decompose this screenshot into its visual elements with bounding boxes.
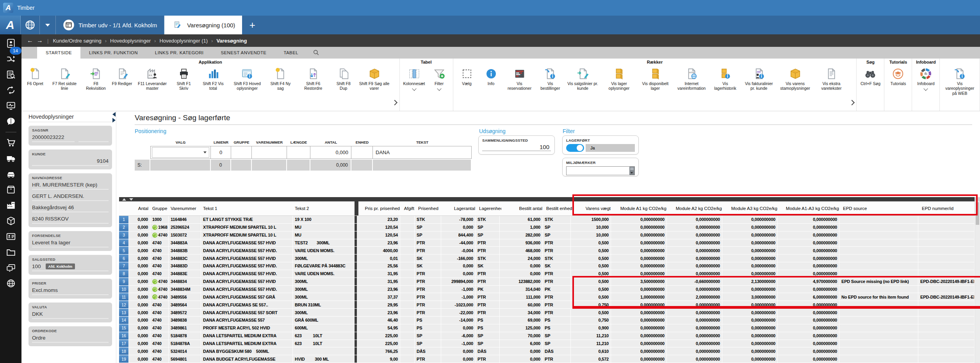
menu-tab-links-pr-kategori[interactable]: LINKS PR. KATEGORI (146, 47, 212, 59)
ribbon-button-vis-fakturalinier-pr-kunde[interactable]: Vis fakturalinier pr. kunde (741, 66, 777, 91)
ribbon-button-f9-rediger[interactable]: F9 Rediger (110, 66, 134, 86)
expand-down-icon[interactable] (129, 198, 133, 201)
field-value[interactable]: GERT L. ANDERSEN. (32, 193, 109, 201)
field-value[interactable]: 8240 RISSKOV (32, 216, 109, 224)
field-value[interactable]: 9104 (32, 158, 109, 166)
field-value[interactable]: Ordre (32, 335, 109, 343)
ribbon-button-shift-f8-dup[interactable]: Shift F8 Dup (331, 66, 356, 91)
cart-icon[interactable] (6, 138, 16, 148)
ribbon-button-vis-salgslinier-pr-kunde[interactable]: Vis salgslinier pr. kunde (565, 66, 601, 91)
panel-splitter[interactable] (119, 197, 975, 201)
cell-n[interactable]: 10 (119, 286, 129, 293)
cell-n[interactable]: 14 (119, 317, 129, 324)
table-row[interactable]: 30,00047401503072XTRAPROFF MEDIUM SPARTE… (119, 231, 975, 239)
column-header-bestilt-antal[interactable]: Bestilt antal (501, 201, 544, 215)
field-value[interactable]: Excl.moms (32, 287, 109, 295)
input-cell[interactable]: DANA (373, 146, 472, 159)
globe-button[interactable] (21, 16, 40, 34)
cell-n[interactable]: 16 (119, 332, 129, 340)
screens-icon[interactable] (6, 263, 16, 273)
menu-tab-links-pr-funktion[interactable]: LINKS PR. FUNKTION (80, 47, 146, 59)
table-row[interactable]: 120,00047403489564DANA ACRYLFUGEMAS SE 5… (119, 301, 975, 309)
refresh-icon[interactable] (6, 85, 16, 95)
input-cell[interactable] (351, 146, 373, 159)
column-header-lagerantal[interactable]: Lagerantal (443, 201, 477, 215)
cell-n[interactable]: 8 (119, 270, 129, 278)
table-row[interactable]: 190,00047405694801DANA BUDGET ACRYLFUGEM… (119, 355, 975, 363)
group-expander-icon[interactable] (392, 100, 397, 105)
input-cell[interactable] (287, 146, 310, 159)
ribbon-button-shift-f6-restordre[interactable]: Shift F6 Restordre (296, 66, 331, 91)
cell-n[interactable]: 7 (119, 262, 129, 270)
forward-button[interactable]: → (37, 37, 43, 44)
cell-n[interactable]: 15 (119, 324, 129, 332)
table-row[interactable]: 180,00047405324014DANA BYGGESKUM 580 500… (119, 347, 975, 355)
table-row[interactable]: 40,0004740344883ADANA ACRYLFUGEMASSE 557… (119, 239, 975, 247)
ribbon-button-shift-f3-hoved-oplysninger[interactable]: Shift F3 Hoved oplysninger (229, 66, 265, 91)
box-icon[interactable] (6, 185, 16, 195)
breadcrumb-item-hovedoplysninger-1[interactable]: Hovedoplysninger (1) (159, 38, 208, 44)
table-row[interactable]: 60,0004740344883CDANA ACRYLFUGEMASSE 557… (119, 254, 975, 262)
new-tab-button[interactable]: + (242, 16, 262, 34)
input-cell[interactable]: 0 (211, 146, 231, 159)
table-row[interactable]: 130,00047403489572DANA ACRYLFUGEMASSE 55… (119, 309, 975, 317)
cell-n[interactable]: 6 (119, 254, 129, 262)
miljomaerker-input[interactable] (566, 166, 635, 175)
package-icon[interactable] (6, 216, 16, 226)
monitor-pulse-icon[interactable] (6, 101, 16, 111)
column-header-lagerenhed[interactable]: Lagerenhed (477, 201, 501, 215)
table-row[interactable]: 10,00010001164846ET LANGT STYKKE TRÆ19 X… (119, 216, 975, 224)
ribbon-button-vis-disponibelt-lager[interactable]: Vis disponibelt lager (637, 66, 674, 91)
table-row[interactable]: 100,00047403448834MDANA ACRYLFUGEMASSE 5… (119, 286, 975, 294)
ribbon-button-f11-leverandør-master[interactable]: F11 Leverandør master (134, 66, 171, 91)
ribbon-button-f7-ret-sidste-linie[interactable]: F7 Ret sidste linie (47, 66, 82, 91)
ribbon-button-shift-f4-ny-sag[interactable]: Shift F4 Ny sag (265, 66, 296, 91)
cell-n[interactable]: 9 (119, 278, 129, 285)
ribbon-button-ctrl-f-søg[interactable]: Ctrl+F Søg (858, 66, 882, 86)
table-row[interactable]: 170,00047405184878ADANA LETSPARTEL MEDIU… (119, 340, 975, 348)
column-header-rownum[interactable] (119, 201, 129, 215)
ribbon-button-kolonnesæt[interactable]: Kolonnesæt (401, 66, 427, 90)
ribbon-button-vælg[interactable]: Vælg (455, 66, 479, 86)
valg-dropdown[interactable] (152, 147, 209, 158)
ribbon-button-f8-rekvisition[interactable]: F8 Rekvisition (82, 66, 110, 91)
lagerfort-toggle[interactable] (566, 144, 584, 152)
column-header-tekst-1[interactable]: Tekst 1 (201, 201, 293, 215)
column-header-pris-pr-prisenhed[interactable]: Pris pr. prisenhed (358, 201, 402, 215)
cell-n[interactable]: 19 (119, 355, 129, 363)
column-header-gruppe[interactable]: Gruppe (150, 201, 169, 215)
column-header-module-a2-kg-co2e-kg[interactable]: Module A2 kg CO2e/kg (668, 201, 724, 215)
app-menu-button[interactable]: A (0, 16, 21, 34)
tab-timber-udv[interactable]: Timber udv - 1/1 Afd. Kokholm (56, 16, 164, 34)
field-value[interactable]: HR. MURERMESTER (kep) (32, 182, 109, 190)
tab-varesogning[interactable]: Varesøgning (100) (164, 16, 242, 34)
factory-icon[interactable] (6, 200, 16, 210)
ribbon-button-vis-varens-stamoplysninger[interactable]: Vis varens stamoplysninger (777, 66, 813, 91)
ribbon-button-f6-opret[interactable]: F6 Opret (23, 66, 47, 86)
tab-list-dropdown-button[interactable] (40, 16, 56, 34)
ribbon-button-tutorials[interactable]: Tutorials (886, 66, 910, 86)
table-row[interactable]: 160,00047405184878DANA LETSPARTEL MEDIUM… (119, 332, 975, 340)
menu-tab-tabel[interactable]: TABEL (275, 47, 307, 59)
group-expander-icon[interactable] (849, 100, 855, 105)
menu-tab-startside[interactable]: STARTSIDE (37, 47, 80, 59)
cell-n[interactable]: 3 (119, 231, 129, 239)
ribbon-button-info[interactable]: Info (479, 66, 503, 86)
chat-icon[interactable] (6, 116, 16, 126)
scrollbar[interactable] (629, 167, 634, 175)
column-header-module-a1-a3-kg-co2e-kg[interactable]: Module A1-A3 kg CO2e/kg (779, 201, 841, 215)
column-header-varenummer[interactable]: Varenummer (169, 201, 201, 215)
table-row[interactable]: 20,000196825396524XTRAPROFF MEDIUM SPART… (119, 224, 975, 231)
column-header-afgift[interactable]: Afgift (402, 201, 416, 215)
input-cell[interactable] (150, 146, 211, 159)
cell-n[interactable]: 17 (119, 340, 129, 347)
field-value[interactable]: Leveret fra lager (32, 240, 109, 247)
table-row[interactable]: 70,0004740344883DDANA ACRYLFUGEMASSE 557… (119, 262, 975, 270)
breadcrumb-item-kunde-ordre-søgning[interactable]: Kunde/Ordre søgning (53, 38, 101, 44)
ribbon-button-vis-lager-oplysninger[interactable]: Vis lager oplysninger (601, 66, 637, 91)
breadcrumb-item-hovedoplysninger[interactable]: Hovedoplysninger (110, 38, 151, 44)
column-header-varens-vægt[interactable]: Varens vægt (572, 201, 613, 215)
cell-n[interactable]: 2 (119, 224, 129, 231)
column-header-epd-nummer-id[interactable]: EPD nummer/id (920, 201, 976, 215)
menu-tab-senest-anvendte[interactable]: SENEST ANVENDTE (212, 47, 275, 59)
